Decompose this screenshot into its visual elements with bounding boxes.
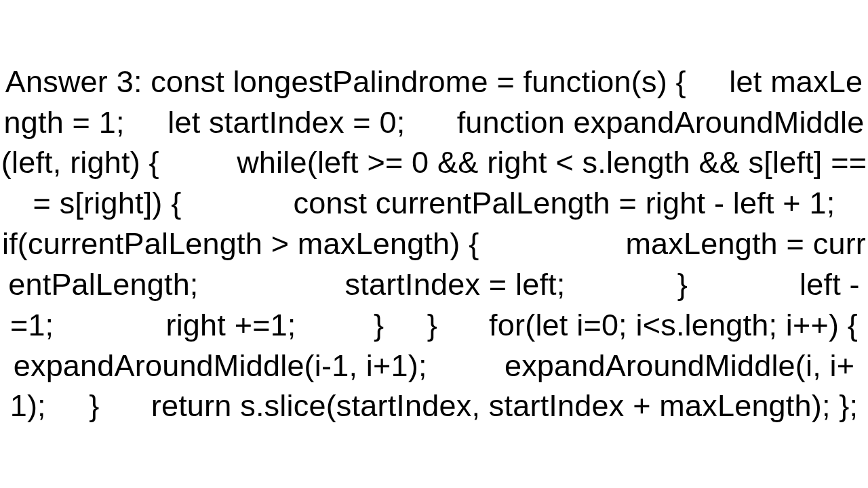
document-body: Answer 3: const longestPalindrome = func…: [0, 0, 868, 488]
answer-code-text: Answer 3: const longestPalindrome = func…: [0, 62, 868, 427]
